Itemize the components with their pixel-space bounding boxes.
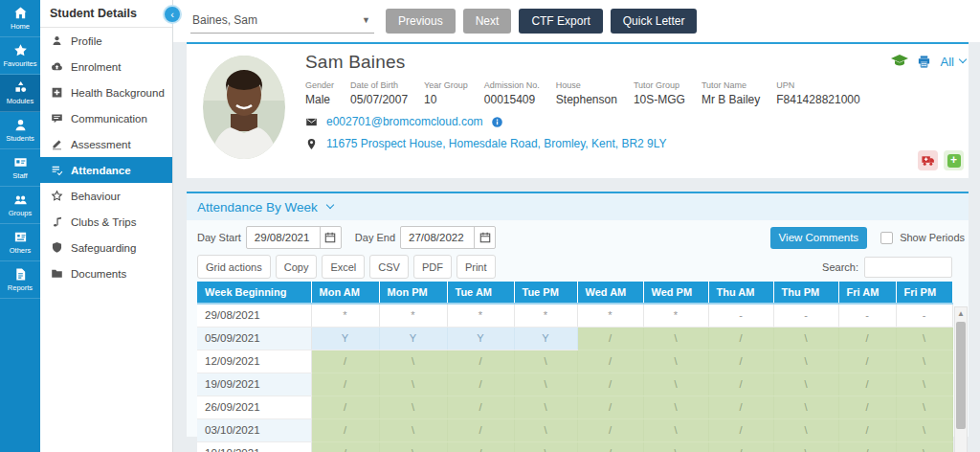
attendance-mark-cell: /	[447, 373, 514, 396]
pdf-button[interactable]: PDF	[413, 255, 452, 279]
day-end-input[interactable]: 27/08/2022	[400, 226, 496, 249]
attendance-mark-cell: \	[896, 396, 952, 418]
column-header[interactable]: Thu AM	[708, 282, 773, 304]
calendar-button[interactable]	[474, 227, 495, 248]
show-periods-checkbox[interactable]	[880, 232, 893, 244]
grid-actions-button[interactable]: Grid actions	[197, 255, 271, 279]
sidebar-item-documents[interactable]: Documents	[40, 260, 172, 286]
health-plus-icon	[51, 86, 63, 99]
rail-item-groups[interactable]: Groups	[0, 187, 40, 224]
attendance-mark-cell: /	[838, 441, 896, 452]
day-start-value: 29/08/2021	[247, 227, 320, 248]
rail-item-students[interactable]: Students	[0, 112, 40, 149]
calendar-button[interactable]	[320, 227, 341, 248]
rail-item-staff[interactable]: Staff	[0, 149, 40, 187]
column-header[interactable]: Tue AM	[447, 282, 514, 304]
student-info: Sam Baines GenderMaleDate of Birth05/07/…	[301, 52, 953, 150]
column-header[interactable]: Week Beginning	[197, 282, 311, 304]
quick-letter-button[interactable]: Quick Letter	[611, 9, 698, 34]
attendance-mark-cell: \	[379, 396, 447, 418]
sidebar-item-health-background[interactable]: Health Background	[40, 79, 172, 105]
column-header[interactable]: Fri PM	[896, 282, 952, 304]
column-header[interactable]: Fri AM	[838, 282, 896, 304]
sidebar-item-behaviour[interactable]: Behaviour	[40, 183, 172, 209]
sidebar-item-attendance[interactable]: Attendance	[40, 157, 172, 183]
field-label: Tutor Group	[634, 80, 685, 90]
attendance-mark-cell: \	[514, 350, 577, 373]
ctf-export-button[interactable]: CTF Export	[519, 9, 602, 34]
attendance-mark-cell: /	[577, 441, 643, 452]
scrollbar-thumb[interactable]	[956, 322, 966, 429]
student-field: Date of Birth05/07/2007	[350, 80, 408, 106]
attendance-mark-cell: \	[643, 327, 708, 350]
folder-icon	[51, 267, 63, 280]
column-header[interactable]: Thu PM	[773, 282, 838, 304]
rail-item-label: Modules	[7, 97, 33, 105]
sidebar-item-profile[interactable]: Profile	[40, 28, 172, 54]
attendance-mark-cell: *	[379, 304, 447, 327]
attendance-mark-cell: /	[577, 373, 643, 396]
attendance-mark-cell: /	[838, 373, 896, 396]
sidebar-item-communication[interactable]: Communication	[40, 105, 172, 131]
attendance-mark-cell: \	[773, 396, 838, 418]
field-value: 00015409	[484, 93, 540, 106]
email-link[interactable]: e002701@bromcomcloud.com	[326, 115, 483, 128]
sidebar-item-clubs-trips[interactable]: Clubs & Trips	[40, 209, 172, 235]
print-button[interactable]: Print	[457, 255, 496, 279]
attendance-mark-cell: /	[311, 350, 379, 373]
all-filter-dropdown[interactable]: All	[941, 55, 966, 69]
day-start-input[interactable]: 29/08/2021	[246, 226, 342, 249]
rail-item-favourites[interactable]: Favourites	[0, 37, 40, 75]
previous-button[interactable]: Previous	[386, 9, 456, 34]
attendance-mark-cell: /	[838, 350, 896, 373]
attendance-mark-cell: Y	[447, 327, 514, 350]
table-scrollbar[interactable]: ▲	[954, 306, 968, 452]
graduation-cap-icon[interactable]	[890, 52, 909, 71]
column-header[interactable]: Wed PM	[643, 282, 708, 304]
column-header[interactable]: Mon PM	[379, 282, 447, 304]
student-field: Tutor NameMr B Bailey	[702, 80, 760, 106]
student-select[interactable]: Baines, Sam ▼	[190, 10, 374, 34]
attendance-mark-cell: \	[773, 350, 838, 373]
column-header[interactable]: Mon AM	[311, 282, 379, 304]
rail-item-home[interactable]: Home	[0, 0, 40, 37]
sidebar-title: Student Details	[40, 0, 172, 28]
box-icon	[13, 230, 28, 244]
next-button[interactable]: Next	[463, 9, 512, 34]
field-value: 05/07/2007	[350, 93, 408, 106]
star-icon	[13, 43, 28, 57]
sidebar-item-safeguarding[interactable]: Safeguarding	[40, 235, 172, 260]
sidebar-item-enrolment[interactable]: Enrolment	[40, 54, 172, 79]
search-input[interactable]	[864, 257, 952, 278]
rail-item-modules[interactable]: Modules	[0, 75, 40, 112]
attendance-mark-cell: -	[896, 304, 952, 327]
column-header[interactable]: Wed AM	[577, 282, 643, 304]
add-button[interactable]: +	[944, 150, 964, 170]
student-field: Year Group10	[424, 80, 468, 106]
attendance-mark-cell: \	[896, 350, 952, 373]
scroll-up-icon[interactable]: ▲	[955, 307, 967, 320]
address-link[interactable]: 11675 Prospect House, Homesdale Road, Br…	[326, 137, 667, 150]
attendance-section-header[interactable]: Attendance By Week	[187, 193, 969, 220]
sidebar-item-assessment[interactable]: Assessment	[40, 131, 172, 157]
medical-alert-button[interactable]	[918, 150, 938, 170]
column-header[interactable]: Tue PM	[514, 282, 577, 304]
week-beginning-cell: 26/09/2021	[197, 396, 311, 418]
attendance-mark-cell: -	[838, 304, 896, 327]
chevron-down-icon	[326, 201, 334, 209]
collapse-sidebar-button[interactable]: ‹	[163, 5, 182, 24]
excel-button[interactable]: Excel	[322, 255, 365, 279]
csv-button[interactable]: CSV	[369, 255, 409, 279]
student-field: GenderMale	[305, 80, 334, 106]
plus-icon: +	[947, 154, 961, 168]
chat-icon	[51, 112, 63, 124]
table-row: 19/09/2021/\/\/\/\/\	[197, 373, 952, 396]
info-icon[interactable]	[491, 116, 503, 128]
sidebar-item-label: Assessment	[71, 139, 131, 150]
printer-icon[interactable]	[917, 55, 931, 69]
rail-item-reports[interactable]: Reports	[0, 261, 40, 299]
rail-item-others[interactable]: Others	[0, 224, 40, 261]
view-comments-button[interactable]: View Comments	[770, 227, 868, 249]
copy-button[interactable]: Copy	[276, 255, 318, 279]
attendance-table: Week BeginningMon AMMon PMTue AMTue PMWe…	[197, 282, 953, 452]
